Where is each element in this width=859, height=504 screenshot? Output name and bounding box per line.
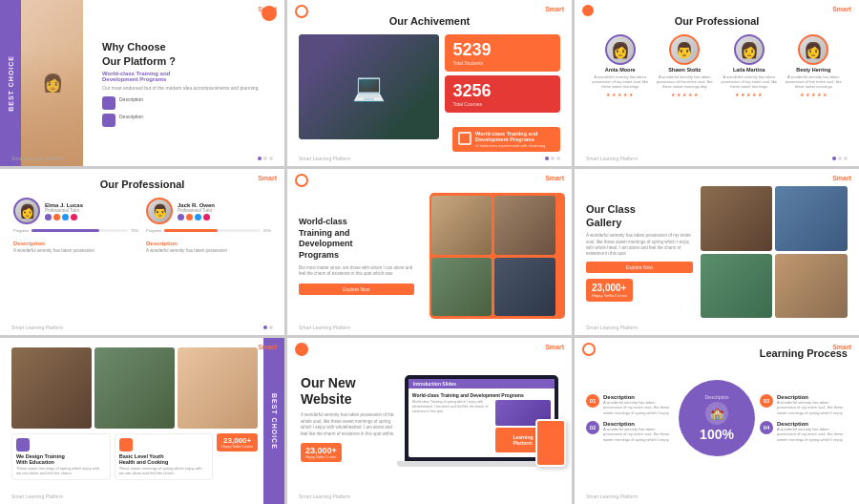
screen-brand: LearningPlatform [513,434,533,446]
footer-brand-2: Smart Learning Platform [299,156,350,161]
social-li-1 [62,214,69,220]
process-desc-2: A wonderful serenity has taken possessio… [603,427,674,443]
process-right: 03 Description A wonderful serenity has … [760,394,848,443]
card-desc-1: These sweet mornings of spring which enj… [16,466,106,475]
stats-badge-6: 23,000+ Happy Safka Creator [586,279,633,302]
banner-title: World-class Training and Development Pro… [475,131,555,142]
pro-role-2: Professional Tutor [178,208,215,213]
achievement-banner: World-class Training and Development Pro… [452,127,560,152]
slide-gallery: Smart Our ClassGallery A wonderful seren… [575,169,859,335]
team-member-2: 👨 Shawn Stoltz A wonderful serenity has … [655,34,716,96]
stats-num-6: 23,000+ [592,283,627,293]
process-item-4: 04 Description A wonderful serenity has … [760,421,848,443]
member-name-2: Shawn Stoltz [668,67,701,73]
slide2-title: Our Achivement [299,15,560,27]
slides-grid: BEST CHOICE 👩 Smart Why ChooseOur Platfo… [0,0,859,504]
footer-brand-8: Smart Learning Platform [299,494,350,499]
team-grid: 👩 Anita Moore A wonderful serenity has t… [586,34,848,96]
best-choice-right: BEST CHOICE [263,338,284,504]
pro-role-1: Professional Tutor [45,208,83,213]
slide1-content: Smart Why ChooseOur Platform ? World-cla… [102,35,273,131]
circle-label: Description [704,394,728,400]
stat-number-2: 3256 [452,81,553,101]
gallery-4 [775,254,848,319]
circle-deco-9 [582,343,596,356]
stats-lbl-8: Happy Safka Creator [305,455,337,459]
stat-number-1: 5239 [452,40,553,60]
slide-website: Smart Our NewWebsite A wonderful serenit… [287,338,572,504]
circle-emoji: 🏫 [710,407,724,420]
member-desc-4: A wonderful serenity has taken possessio… [784,74,845,90]
slide-learning-process: Smart Learning Process 01 Description A … [575,338,859,504]
gallery-1 [701,186,773,251]
slide-professional-top: Smart Our Professional 👩 Anita Moore A w… [575,0,859,166]
slide3-footer: Smart Learning Platform [586,156,848,161]
feature-icon-2 [102,114,115,127]
desc-section-2: Description A wonderful serenity has tak… [146,241,271,254]
screen-subtitle: World-class Training and Development Pro… [412,392,551,398]
pro-social-1 [45,214,83,220]
stars-1: ★★★★★ [606,92,634,96]
dot-1 [258,157,262,160]
process-num-4: 04 [760,421,773,434]
slide6-layout: Our ClassGallery A wonderful serenity ha… [586,178,848,326]
slide3-title: Our Professional [586,15,848,27]
avatar-4: 👩 [798,34,828,65]
banner-desc: of Instructors experienced with eLearnin… [475,143,555,148]
photo-5-1 [431,196,492,255]
slide8-layout: Our NewWebsite A wonderful serenity has … [301,349,558,493]
slide5-badge: Smart [545,175,564,181]
feature-text-2: Description [119,114,143,120]
social-ig-2 [203,214,210,220]
screen-content: Introduction Slides World-class Training… [409,379,555,457]
desc-section-1: Description A wonderful serenity has tak… [13,241,138,254]
footer-dots-2 [545,157,560,160]
slide4-badge: Smart [258,175,277,181]
avatar-person-2: 👨 [671,36,698,63]
progress-val-1: 70% [131,228,138,233]
photo-7-2 [94,347,175,429]
slide6-footer: Smart Learning Platform [586,325,848,330]
stat-card-2: 3256 Total Courses [445,75,560,113]
photo-grid-5 [420,188,560,324]
pro-avatar-2: 👨 [146,198,173,224]
member-name-3: Laila Martina [733,67,765,73]
slide4-title: Our Professional [13,178,271,190]
circle-deco-3 [582,5,594,16]
pro-info-2: Jack R. Owen Professional Tutor [178,202,215,220]
process-item-3: 03 Description A wonderful serenity has … [760,394,848,416]
achievement-content: 💻 5239 Total Students 3256 Total Courses [299,34,560,139]
footer-brand-4: Smart Learning Platform [11,325,63,330]
circle-deco-2 [295,5,308,18]
person-image: 👩 [21,0,83,166]
footer-brand-1: Smart Learning Platform [11,156,63,161]
avatar-1: 👩 [605,34,636,65]
slide4-footer: Smart Learning Platform [11,325,273,330]
photo-5-3 [431,258,492,317]
monitor-icon [458,132,471,145]
member-desc-2: A wonderful serenity has taken possessio… [655,74,716,90]
progress-row-1: Progress 70% [13,228,138,233]
footer-brand-7: Smart Learning Platform [11,494,63,499]
pro-member-2-header: 👨 Jack R. Owen Professional Tutor [146,198,271,224]
hero-photo: 👩 [21,0,83,166]
process-item-2: 02 Description A wonderful serenity has … [586,421,674,443]
gallery-grid [701,178,848,326]
training-card-2: Basic Level YouthHealth and Cooking Thes… [115,433,214,480]
orange-phone [535,419,566,467]
feature-item-1: Description [102,96,273,110]
stats-box-8: 23,000+ Happy Safka Creator [301,443,342,462]
process-num-2: 02 [586,421,599,434]
stat-label-1: Total Students [452,60,553,66]
slide5-desc: But most matter since, are those with wh… [299,265,414,279]
feature-icon-1 [102,96,115,110]
dot-inactive2 [556,157,560,160]
member-desc-3: A wonderful serenity has taken possessio… [719,74,780,90]
slide5-title: World-classTraining andDevelopmentProgra… [299,217,414,262]
explore-btn-6[interactable]: Explore Now [586,262,693,273]
footer-brand-9: Smart Learning Platform [586,494,638,499]
explore-btn-5[interactable]: Explore Now [299,284,414,295]
progress-fill-1 [31,229,99,232]
process-num-3: 03 [760,394,773,408]
dot-inactive [551,157,555,160]
